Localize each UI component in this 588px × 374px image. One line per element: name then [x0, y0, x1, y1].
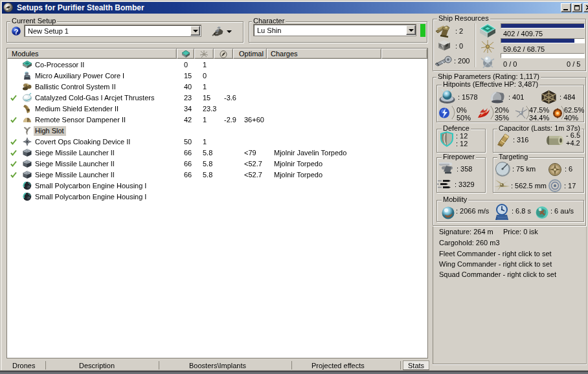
svg-text:?: ?: [14, 28, 18, 36]
